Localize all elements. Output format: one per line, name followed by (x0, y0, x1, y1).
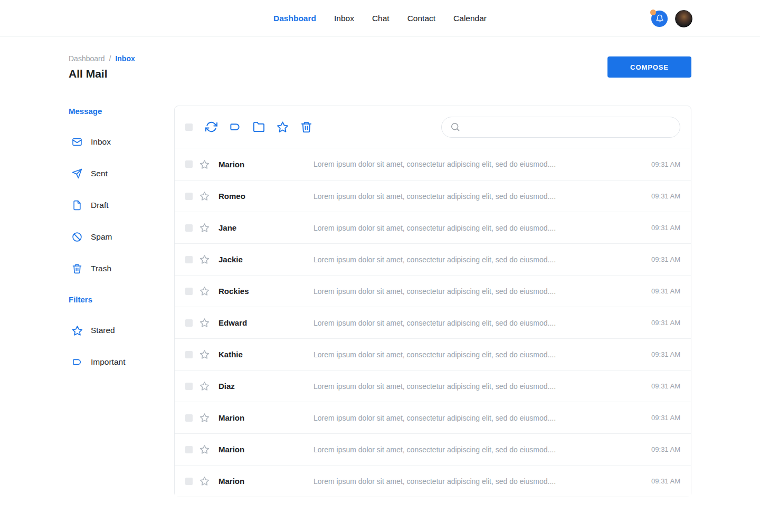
breadcrumb: Dashboard / Inbox (69, 54, 135, 63)
mail-row[interactable]: Edward Lorem ipsum dolor sit amet, conse… (175, 307, 691, 338)
mail-sender: Jackie (218, 255, 314, 264)
mail-row[interactable]: Marion Lorem ipsum dolor sit amet, conse… (175, 402, 691, 433)
mail-panel: Marion Lorem ipsum dolor sit amet, conse… (174, 106, 691, 497)
mail-preview: Lorem ipsum dolor sit amet, consectetur … (314, 224, 641, 232)
row-checkbox[interactable] (185, 288, 193, 295)
sidebar-item-label: Inbox (91, 137, 111, 147)
sidebar-item-draft[interactable]: Draft (69, 189, 174, 221)
mail-sender: Marion (218, 160, 314, 169)
row-checkbox[interactable] (185, 193, 193, 200)
mail-time: 09:31 AM (641, 477, 691, 485)
star-icon[interactable] (200, 444, 210, 454)
row-checkbox[interactable] (185, 351, 193, 358)
mail-preview: Lorem ipsum dolor sit amet, consectetur … (314, 350, 641, 359)
nav-contact[interactable]: Contact (407, 14, 435, 23)
mail-preview: Lorem ipsum dolor sit amet, consectetur … (314, 287, 641, 296)
breadcrumb-dashboard[interactable]: Dashboard (69, 54, 105, 63)
mail-row[interactable]: Marion Lorem ipsum dolor sit amet, conse… (175, 433, 691, 465)
trash-icon[interactable] (300, 121, 312, 133)
sidebar-item-sent[interactable]: Sent (69, 158, 174, 189)
mail-row[interactable]: Diaz Lorem ipsum dolor sit amet, consect… (175, 370, 691, 402)
mail-time: 09:31 AM (641, 445, 691, 453)
trash-icon (72, 263, 82, 274)
mail-row[interactable]: Romeo Lorem ipsum dolor sit amet, consec… (175, 180, 691, 212)
mail-row[interactable]: Marion Lorem ipsum dolor sit amet, conse… (175, 465, 691, 497)
row-checkbox[interactable] (185, 256, 193, 263)
select-all-checkbox[interactable] (185, 124, 193, 131)
sidebar: Message Inbox Sent (69, 106, 174, 378)
sidebar-item-label: Stared (91, 326, 115, 335)
star-icon[interactable] (200, 381, 210, 391)
mail-preview: Lorem ipsum dolor sit amet, consectetur … (314, 477, 641, 486)
mail-row[interactable]: Jane Lorem ipsum dolor sit amet, consect… (175, 212, 691, 243)
row-checkbox[interactable] (185, 414, 193, 422)
mail-time: 09:31 AM (641, 382, 691, 390)
mail-sender: Romeo (218, 192, 314, 201)
mail-preview: Lorem ipsum dolor sit amet, consectetur … (314, 192, 641, 201)
sidebar-item-spam[interactable]: Spam (69, 221, 174, 253)
row-checkbox[interactable] (185, 224, 193, 232)
mail-row[interactable]: Kathie Lorem ipsum dolor sit amet, conse… (175, 338, 691, 370)
slash-circle-icon (72, 232, 82, 242)
nav-dashboard[interactable]: Dashboard (273, 14, 316, 23)
notifications-button[interactable] (651, 11, 668, 27)
star-icon[interactable] (200, 223, 210, 233)
star-icon[interactable] (200, 318, 210, 328)
sidebar-item-trash[interactable]: Trash (69, 253, 174, 284)
star-icon (72, 325, 82, 336)
star-icon[interactable] (200, 349, 210, 359)
search-input[interactable] (466, 123, 671, 131)
notification-badge (650, 10, 656, 15)
breadcrumb-inbox[interactable]: Inbox (115, 54, 135, 63)
star-icon[interactable] (200, 286, 210, 296)
mail-row[interactable]: Rockies Lorem ipsum dolor sit amet, cons… (175, 275, 691, 307)
mail-preview: Lorem ipsum dolor sit amet, consectetur … (314, 445, 641, 454)
row-checkbox[interactable] (185, 478, 193, 485)
nav-calendar[interactable]: Calendar (453, 14, 487, 23)
sidebar-item-label: Spam (91, 232, 112, 242)
mail-preview: Lorem ipsum dolor sit amet, consectetur … (314, 255, 641, 264)
mail-sender: Rockies (218, 287, 314, 296)
mail-sender: Marion (218, 477, 314, 486)
label-icon[interactable] (229, 121, 241, 133)
star-icon[interactable] (277, 121, 289, 133)
mail-row[interactable]: Marion Lorem ipsum dolor sit amet, conse… (175, 148, 691, 180)
row-checkbox[interactable] (185, 383, 193, 390)
star-icon[interactable] (200, 254, 210, 264)
star-icon[interactable] (200, 191, 210, 201)
mail-time: 09:31 AM (641, 319, 691, 327)
sidebar-item-inbox[interactable]: Inbox (69, 126, 174, 158)
mail-preview: Lorem ipsum dolor sit amet, consectetur … (314, 382, 641, 391)
mail-sender: Kathie (218, 350, 314, 359)
mail-time: 09:31 AM (641, 255, 691, 263)
mail-time: 09:31 AM (641, 350, 691, 358)
sidebar-section-filters: Filters (69, 295, 174, 304)
file-icon (72, 200, 82, 211)
compose-button[interactable]: COMPOSE (607, 56, 691, 78)
nav-inbox[interactable]: Inbox (334, 14, 354, 23)
mail-sender: Marion (218, 445, 314, 454)
user-avatar[interactable] (675, 10, 692, 27)
mail-row[interactable]: Jackie Lorem ipsum dolor sit amet, conse… (175, 243, 691, 275)
refresh-icon[interactable] (205, 121, 217, 133)
sidebar-item-important[interactable]: Important (69, 346, 174, 378)
nav-chat[interactable]: Chat (372, 14, 390, 23)
row-checkbox[interactable] (185, 446, 193, 453)
mail-preview: Lorem ipsum dolor sit amet, consectetur … (314, 160, 641, 168)
row-checkbox[interactable] (185, 160, 193, 168)
mail-time: 09:31 AM (641, 414, 691, 422)
row-checkbox[interactable] (185, 319, 193, 327)
mail-time: 09:31 AM (641, 224, 691, 232)
sidebar-item-stared[interactable]: Stared (69, 315, 174, 346)
folder-icon[interactable] (253, 121, 265, 133)
mail-sender: Edward (218, 318, 314, 327)
star-icon[interactable] (200, 476, 210, 486)
sidebar-item-label: Important (91, 357, 125, 367)
mail-preview: Lorem ipsum dolor sit amet, consectetur … (314, 319, 641, 327)
label-icon (72, 357, 82, 367)
mail-toolbar (175, 106, 691, 148)
main-nav: Dashboard Inbox Chat Contact Calendar (273, 14, 487, 23)
star-icon[interactable] (200, 413, 210, 423)
star-icon[interactable] (200, 159, 210, 169)
top-nav: Dashboard Inbox Chat Contact Calendar (0, 0, 760, 37)
